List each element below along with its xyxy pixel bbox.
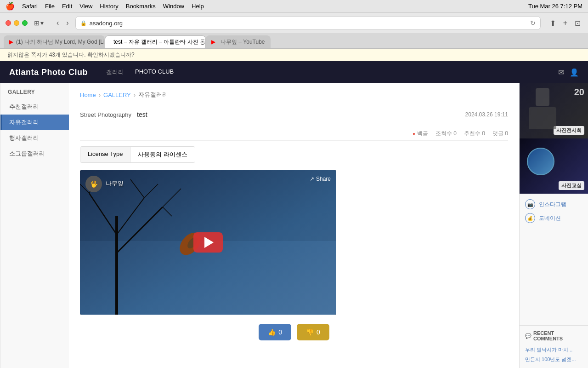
main-layout: GALLERY 추천갤러리 자유갤러리 행사갤러리 소그룹갤러리 Home › … (0, 83, 588, 368)
minimize-button[interactable] (14, 20, 19, 26)
post-author: ● 백곰 (413, 130, 428, 138)
reload-icon[interactable]: ↻ (530, 19, 536, 27)
menubar-window[interactable]: Window (163, 3, 184, 10)
notification-text: 읽지않은 쪽지가 43개 있습니다. 확인하시겠습니까? (7, 51, 135, 59)
post-date: 2024.03.26 19:11 (465, 111, 508, 118)
menubar-right: Tue Mar 26 7:12 PM (528, 3, 582, 10)
share-button[interactable]: ⬆ (548, 17, 558, 29)
chevron-down-icon: ▾ (40, 19, 44, 27)
sidebar-icon: ⊞ (34, 19, 40, 27)
nav-buttons: ‹ › (54, 17, 72, 29)
menubar: 🍎 Safari File Edit View History Bookmark… (0, 0, 588, 13)
post-comments: 댓글 0 (492, 130, 508, 138)
menubar-time: Tue Mar 26 7:12 PM (528, 3, 582, 10)
tab-label-youtube-2: 나무잎 – YouTube (220, 38, 265, 46)
menubar-history[interactable]: History (100, 3, 118, 10)
like-count: 0 (278, 328, 282, 336)
tab-youtube-2[interactable]: ▶ 나무잎 – YouTube (206, 35, 271, 48)
menubar-file[interactable]: File (45, 3, 55, 10)
user-icon[interactable]: 👤 (570, 68, 579, 77)
post-title: test (137, 111, 147, 118)
yt-play-button[interactable] (193, 232, 223, 253)
author-name: 백곰 (417, 130, 428, 138)
sidebar-toggle-button[interactable]: ⊞ ▾ (31, 17, 46, 29)
recent-comment-1[interactable]: 우리 빌낙시가 마치... (525, 345, 582, 354)
browser-tabs: ▶ (1) 나의 하나님 My Lord, My God [Live at TL… (0, 33, 588, 49)
breadcrumb-gallery[interactable]: GALLERY (103, 92, 131, 98)
svg-rect-15 (536, 88, 549, 106)
thumbs-up-icon: 👍 (268, 328, 276, 336)
menubar-bookmarks[interactable]: Bookmarks (126, 3, 156, 10)
site-logo: Atlanta Photo Club (9, 68, 88, 77)
sidebar-button[interactable]: ⊡ (573, 17, 582, 29)
like-button[interactable]: 👍 0 (259, 324, 291, 340)
site-header-right: ✉ 👤 (558, 68, 579, 77)
post-header: Street Photography test 2024.03.26 19:11 (80, 106, 508, 123)
sidebar-item-recommended[interactable]: 추천갤러리 (0, 99, 69, 115)
nav-photo-club[interactable]: PHOTO CLUB (135, 68, 174, 76)
promo-label-2: 사진교실 (559, 181, 584, 190)
right-sidebar: 20 사진전시회 사진교실 📷 인스타그램 💰 (519, 83, 588, 368)
instagram-link[interactable]: 📷 인스타그램 (525, 199, 582, 209)
traffic-lights (6, 20, 28, 26)
youtube-favicon-2: ▶ (211, 39, 218, 45)
yt-channel-icon: 🖐 (85, 176, 102, 192)
sidebar-item-free[interactable]: 자유갤러리 (0, 115, 69, 130)
author-dot: ● (413, 131, 415, 136)
comment-icon: 💬 (525, 333, 531, 339)
post-category: Street Photography (80, 111, 131, 118)
promo-exhibition[interactable]: 20 사진전시회 (520, 83, 588, 138)
breadcrumb-sep-1: › (99, 92, 101, 98)
dislike-count: 0 (317, 328, 320, 336)
instagram-label: 인스타그램 (539, 201, 566, 208)
promo-class[interactable]: 사진교실 (520, 138, 588, 194)
breadcrumb-home[interactable]: Home (80, 92, 96, 98)
promo-number: 20 (574, 87, 584, 98)
license-tab-type[interactable]: License Type (80, 147, 130, 162)
tab-label-youtube-1: (1) 나의 하나님 My Lord, My God [Live at TLMW… (16, 38, 105, 46)
recent-comments: 💬 RECENT COMMENTS 우리 빌낙시가 마치... 만든지 100년… (520, 325, 588, 368)
share-label: Share (316, 176, 331, 182)
promo-circle (527, 148, 554, 175)
post-title-section: Street Photography test (80, 111, 147, 118)
mail-icon[interactable]: ✉ (558, 68, 564, 77)
site-nav: 갤러리 PHOTO CLUB (106, 68, 174, 76)
menubar-edit[interactable]: Edit (62, 3, 72, 10)
menubar-safari[interactable]: Safari (22, 3, 38, 10)
new-tab-button[interactable]: + (561, 17, 569, 29)
sidebar-title: GALLERY (0, 83, 69, 99)
yt-share-button[interactable]: ↗ Share (310, 176, 331, 182)
apple-menu[interactable]: 🍎 (6, 2, 15, 11)
donation-link[interactable]: 💰 도네이션 (525, 213, 582, 223)
forward-button[interactable]: › (63, 17, 71, 29)
back-button[interactable]: ‹ (54, 17, 62, 29)
tab-gallery[interactable]: test – 자유 갤러리 – 아틀란타 사진 동호회 – 아사동 (105, 35, 206, 48)
nav-gallery[interactable]: 갤러리 (106, 68, 124, 76)
dislike-button[interactable]: 👎 0 (297, 324, 329, 340)
tab-youtube-1[interactable]: ▶ (1) 나의 하나님 My Lord, My God [Live at TL… (4, 35, 105, 48)
sidebar-item-groups[interactable]: 소그룹갤러리 (0, 146, 69, 161)
notification-bar: 읽지않은 쪽지가 43개 있습니다. 확인하시겠습니까? (0, 49, 588, 61)
menubar-view[interactable]: View (79, 3, 92, 10)
instagram-icon: 📷 (525, 199, 535, 209)
youtube-embed[interactable]: 🖐 나무잎 ↗ Share Watch on ▶ YouTube (80, 170, 336, 315)
gallery-sidebar: GALLERY 추천갤러리 자유갤러리 행사갤러리 소그룹갤러리 (0, 83, 69, 368)
sidebar-item-events[interactable]: 행사갤러리 (0, 130, 69, 146)
browser-actions: ⬆ + ⊡ (548, 17, 582, 29)
svg-rect-16 (529, 107, 556, 129)
exhibition-graphic (524, 88, 561, 129)
url-bar[interactable]: 🔒 asadong.org ↻ (75, 16, 541, 30)
close-button[interactable] (6, 20, 11, 26)
license-tab-agreement[interactable]: 사용동의 라이센스 (130, 147, 195, 162)
social-links: 📷 인스타그램 💰 도네이션 (520, 194, 588, 229)
recent-comment-2[interactable]: 만든지 100년도 넘겠... (525, 355, 582, 364)
url-text: asadong.org (90, 20, 123, 27)
maximize-button[interactable] (22, 20, 28, 26)
donation-label: 도네이션 (539, 214, 561, 222)
breadcrumb-current: 자유갤러리 (138, 91, 168, 99)
play-triangle-icon (204, 237, 214, 248)
donation-icon: 💰 (525, 213, 535, 223)
action-buttons: 👍 0 👎 0 (80, 324, 508, 340)
lock-icon: 🔒 (80, 20, 87, 26)
menubar-help[interactable]: Help (192, 3, 204, 10)
